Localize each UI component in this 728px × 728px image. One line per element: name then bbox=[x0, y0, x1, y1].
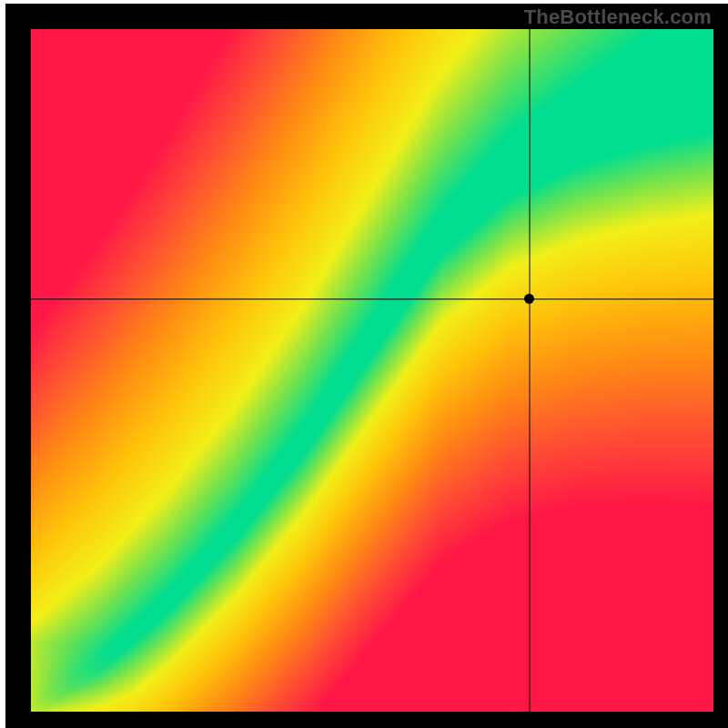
chart-container: TheBottleneck.com bbox=[0, 0, 728, 728]
bottleneck-heatmap bbox=[0, 0, 728, 728]
watermark-text: TheBottleneck.com bbox=[524, 5, 712, 29]
